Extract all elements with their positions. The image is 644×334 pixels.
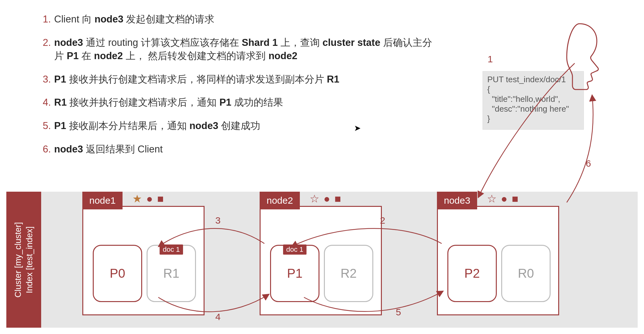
shard-R1: doc 1 R1 bbox=[147, 245, 196, 302]
shard-label: R1 bbox=[163, 266, 179, 281]
step-num: 2. bbox=[43, 36, 54, 63]
step-num: 5. bbox=[43, 119, 54, 133]
step-body: P1 接收并执行创建文档请求后，将同样的请求发送到副本分片 R1 bbox=[54, 73, 438, 86]
step-body: R1 接收并执行创建文档请求后，通知 P1 成功的结果 bbox=[54, 96, 438, 109]
step-num: 3. bbox=[43, 73, 54, 86]
shard-label: R0 bbox=[518, 266, 534, 281]
step-2: 2.node3 通过 routing 计算该文档应该存储在 Shard 1 上，… bbox=[43, 36, 438, 63]
doc-chip: doc 1 bbox=[283, 244, 306, 255]
data-circle-icon: ● bbox=[501, 193, 508, 205]
step-body: node3 返回结果到 Client bbox=[54, 143, 438, 156]
step-4: 4.R1 接收并执行创建文档请求后，通知 P1 成功的结果 bbox=[43, 96, 438, 109]
code-line: "desc":"nothing here" bbox=[487, 104, 579, 114]
node-role-badges: ☆ ● ■ bbox=[310, 191, 341, 206]
step-body: P1 接收副本分片结果后，通知 node3 创建成功 bbox=[54, 119, 438, 133]
code-line: } bbox=[487, 114, 579, 124]
step-num: 4. bbox=[43, 96, 54, 109]
step-3: 3.P1 接收并执行创建文档请求后，将同样的请求发送到副本分片 R1 bbox=[43, 73, 438, 86]
node-node2: node2 ☆ ● ■ doc 1 P1 R2 bbox=[260, 206, 382, 315]
arrow-label-5: 5 bbox=[396, 307, 401, 318]
step-body: Client 向 node3 发起创建文档的请求 bbox=[54, 13, 438, 26]
arrow-label-6: 6 bbox=[586, 158, 591, 169]
step-5: 5.P1 接收副本分片结果后，通知 node3 创建成功 bbox=[43, 119, 438, 133]
arrow-label-4: 4 bbox=[215, 312, 221, 322]
shard-P0: P0 bbox=[93, 245, 142, 302]
data-circle-icon: ● bbox=[324, 193, 330, 205]
arrow-label-2: 2 bbox=[380, 215, 385, 226]
node-node1: node1 ★ ● ■ P0 doc 1 R1 bbox=[82, 206, 205, 315]
steps-list: 1.Client 向 node3 发起创建文档的请求 2.node3 通过 ro… bbox=[43, 13, 438, 166]
node-tab: node3 bbox=[437, 192, 477, 209]
cursor-icon: ➤ bbox=[354, 123, 361, 133]
data-circle-icon: ● bbox=[146, 193, 153, 205]
ingest-square-icon: ■ bbox=[157, 193, 164, 205]
shard-R0: R0 bbox=[501, 245, 551, 302]
master-star-icon: ★ bbox=[132, 192, 142, 205]
node-tab: node2 bbox=[260, 192, 300, 209]
node-role-badges: ☆ ● ■ bbox=[487, 191, 518, 206]
doc-chip: doc 1 bbox=[160, 244, 183, 255]
step-6: 6.node3 返回结果到 Client bbox=[43, 143, 438, 156]
step-num: 6. bbox=[43, 143, 54, 156]
step-num: 1. bbox=[43, 13, 54, 26]
cluster-panel: Cluster [my_cluster] Index [test_index] … bbox=[6, 192, 638, 328]
code-line: "title":"hello,world", bbox=[487, 94, 579, 104]
ingest-square-icon: ■ bbox=[512, 193, 519, 205]
node-tab: node1 bbox=[82, 192, 123, 209]
node-role-badges: ★ ● ■ bbox=[132, 191, 164, 206]
star-outline-icon: ☆ bbox=[310, 192, 319, 205]
arrow-label-3: 3 bbox=[215, 215, 221, 226]
shard-label: R2 bbox=[340, 266, 357, 281]
node-node3: node3 ☆ ● ■ P2 R0 bbox=[437, 206, 559, 315]
step-body: node3 通过 routing 计算该文档应该存储在 Shard 1 上，查询… bbox=[54, 36, 438, 63]
shard-P1: doc 1 P1 bbox=[270, 245, 319, 302]
code-line: { bbox=[487, 84, 579, 94]
step-1: 1.Client 向 node3 发起创建文档的请求 bbox=[43, 13, 438, 26]
shard-label: P1 bbox=[287, 266, 303, 281]
shard-label: P0 bbox=[110, 266, 125, 281]
request-snippet: PUT test_index/doc/1 { "title":"hello,wo… bbox=[483, 71, 584, 130]
ingest-square-icon: ■ bbox=[335, 193, 341, 205]
shard-P2: P2 bbox=[447, 245, 497, 302]
cluster-label: Cluster [my_cluster] Index [test_index] bbox=[6, 192, 41, 328]
shard-R2: R2 bbox=[324, 245, 373, 302]
star-outline-icon: ☆ bbox=[487, 192, 496, 205]
arrow-label-1: 1 bbox=[488, 54, 493, 65]
index-name: Index [test_index] bbox=[25, 226, 34, 293]
cluster-name: Cluster [my_cluster] bbox=[13, 222, 23, 298]
shard-label: P2 bbox=[464, 266, 480, 281]
code-line: PUT test_index/doc/1 bbox=[487, 75, 579, 84]
